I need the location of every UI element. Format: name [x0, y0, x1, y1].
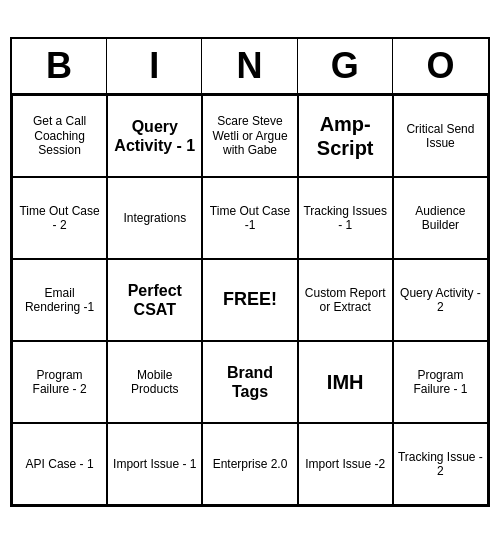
- bingo-cell-5: Time Out Case - 2: [12, 177, 107, 259]
- bingo-cell-3: Amp-Script: [298, 95, 393, 177]
- header-letter-g: G: [298, 39, 393, 93]
- bingo-cell-10: Email Rendering -1: [12, 259, 107, 341]
- bingo-cell-15: Program Failure - 2: [12, 341, 107, 423]
- header-letter-i: I: [107, 39, 202, 93]
- bingo-cell-21: Import Issue - 1: [107, 423, 202, 505]
- bingo-cell-23: Import Issue -2: [298, 423, 393, 505]
- bingo-cell-12: FREE!: [202, 259, 297, 341]
- bingo-cell-14: Query Activity - 2: [393, 259, 488, 341]
- bingo-cell-2: Scare Steve Wetli or Argue with Gabe: [202, 95, 297, 177]
- bingo-cell-6: Integrations: [107, 177, 202, 259]
- bingo-cell-20: API Case - 1: [12, 423, 107, 505]
- bingo-cell-17: Brand Tags: [202, 341, 297, 423]
- header-letter-b: B: [12, 39, 107, 93]
- bingo-cell-0: Get a Call Coaching Session: [12, 95, 107, 177]
- bingo-cell-13: Custom Report or Extract: [298, 259, 393, 341]
- bingo-cell-19: Program Failure - 1: [393, 341, 488, 423]
- bingo-cell-16: Mobile Products: [107, 341, 202, 423]
- bingo-cell-7: Time Out Case -1: [202, 177, 297, 259]
- bingo-cell-22: Enterprise 2.0: [202, 423, 297, 505]
- bingo-cell-8: Tracking Issues - 1: [298, 177, 393, 259]
- bingo-cell-9: Audience Builder: [393, 177, 488, 259]
- bingo-cell-4: Critical Send Issue: [393, 95, 488, 177]
- bingo-header: BINGO: [12, 39, 488, 95]
- header-letter-o: O: [393, 39, 488, 93]
- bingo-cell-1: Query Activity - 1: [107, 95, 202, 177]
- bingo-grid: Get a Call Coaching SessionQuery Activit…: [12, 95, 488, 505]
- bingo-cell-24: Tracking Issue - 2: [393, 423, 488, 505]
- header-letter-n: N: [202, 39, 297, 93]
- bingo-cell-18: IMH: [298, 341, 393, 423]
- bingo-card: BINGO Get a Call Coaching SessionQuery A…: [10, 37, 490, 507]
- bingo-cell-11: Perfect CSAT: [107, 259, 202, 341]
